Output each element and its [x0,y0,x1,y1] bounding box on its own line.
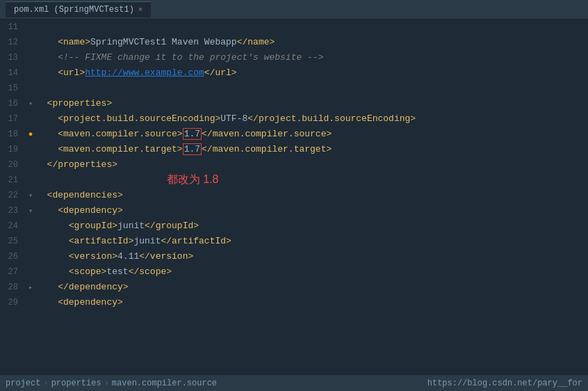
title-bar: pom.xml (SpringMVCTest1) × [0,0,588,19]
code-line: 25 <artifactId>junit</artifactId> [0,234,588,249]
code-line: 21 都改为 1.8 [0,173,588,188]
line-content: <dependency> [36,295,582,310]
line-number: 11 [0,22,25,32]
warning-icon: ● [28,130,33,138]
code-line: 29 <dependency> [0,295,588,310]
line-gutter: ● [25,130,36,138]
line-number: 24 [0,221,25,231]
line-number: 21 [0,175,25,185]
line-number: 28 [0,282,25,292]
editor: 11 12 <name>SpringMVCTest1 Maven Webapp<… [0,19,588,374]
line-content: <project.build.sourceEncoding>UTF-8</pro… [36,111,582,127]
code-area[interactable]: 11 12 <name>SpringMVCTest1 Maven Webapp<… [0,19,588,374]
line-number: 23 [0,206,25,216]
line-content: 都改为 1.8 [36,172,582,189]
line-number: 19 [0,145,25,154]
code-line: 19 <maven.compiler.target>1.7</maven.com… [0,142,588,157]
editor-tab[interactable]: pom.xml (SpringMVCTest1) × [6,1,151,17]
line-content: <dependencies> [36,188,582,203]
line-number: 29 [0,298,25,308]
line-gutter[interactable]: ▸ [25,283,36,292]
line-content: <name>SpringMVCTest1 Maven Webapp</name> [36,35,582,50]
breadcrumb-properties: properties [51,378,101,388]
line-content: <dependency> [36,203,582,218]
code-line: 11 [0,19,588,35]
line-number: 18 [0,129,25,139]
line-content: <!-- FIXME change it to the project's we… [36,50,582,65]
line-gutter[interactable]: ▾ [25,191,36,200]
line-content: <version>4.11</version> [36,249,582,264]
code-line: 16▾ <properties> [0,96,588,111]
line-gutter[interactable]: ▾ [25,207,36,215]
status-bar: project › properties › maven.compiler.so… [0,374,588,391]
line-content: <maven.compiler.source>1.7</maven.compil… [36,127,582,142]
line-number: 20 [0,160,25,170]
line-content: <properties> [36,96,582,111]
tab-label: pom.xml (SpringMVCTest1) [14,5,134,15]
code-line: 13 <!-- FIXME change it to the project's… [0,50,588,65]
code-line: 26 <version>4.11</version> [0,249,588,264]
code-line: 17 <project.build.sourceEncoding>UTF-8</… [0,111,588,127]
highlighted-value: 1.7 [183,128,202,140]
code-line: 23▾ <dependency> [0,203,588,218]
code-line: 18● <maven.compiler.source>1.7</maven.co… [0,127,588,142]
status-url: https://blog.csdn.net/pary__for [427,378,582,388]
line-number: 17 [0,114,25,124]
line-content: <artifactId>junit</artifactId> [36,234,582,249]
line-number: 16 [0,99,25,109]
line-content: <groupId>junit</groupId> [36,218,582,234]
line-content [36,19,582,35]
line-number: 15 [0,83,25,93]
line-number: 26 [0,252,25,262]
highlighted-value: 1.7 [183,143,202,155]
code-line: 15 [0,81,588,96]
breadcrumb-project: project [6,378,40,388]
tab-close-button[interactable]: × [138,6,143,14]
line-number: 27 [0,267,25,277]
line-content: </dependency> [36,280,582,295]
annotation-text: 都改为 1.8 [167,173,219,185]
line-content [36,81,582,96]
line-number: 22 [0,191,25,200]
breadcrumb-source: maven.compiler.source [112,378,217,388]
line-number: 14 [0,68,25,78]
code-line: 12 <name>SpringMVCTest1 Maven Webapp</na… [0,35,588,50]
breadcrumb: project › properties › maven.compiler.so… [6,378,217,388]
code-line: 27 <scope>test</scope> [0,264,588,280]
line-content: </properties> [36,157,582,173]
code-line: 20 </properties> [0,157,588,173]
code-line: 24 <groupId>junit</groupId> [0,218,588,234]
line-gutter[interactable]: ▾ [25,99,36,108]
code-line: 28▸ </dependency> [0,280,588,295]
line-content: <maven.compiler.target>1.7</maven.compil… [36,142,582,157]
line-content: <url>http://www.example.com</url> [36,65,582,81]
code-line: 14 <url>http://www.example.com</url> [0,65,588,81]
line-content: <scope>test</scope> [36,264,582,280]
line-number: 13 [0,53,25,63]
code-line: 22▾ <dependencies> [0,188,588,203]
line-number: 25 [0,237,25,246]
line-number: 12 [0,38,25,47]
